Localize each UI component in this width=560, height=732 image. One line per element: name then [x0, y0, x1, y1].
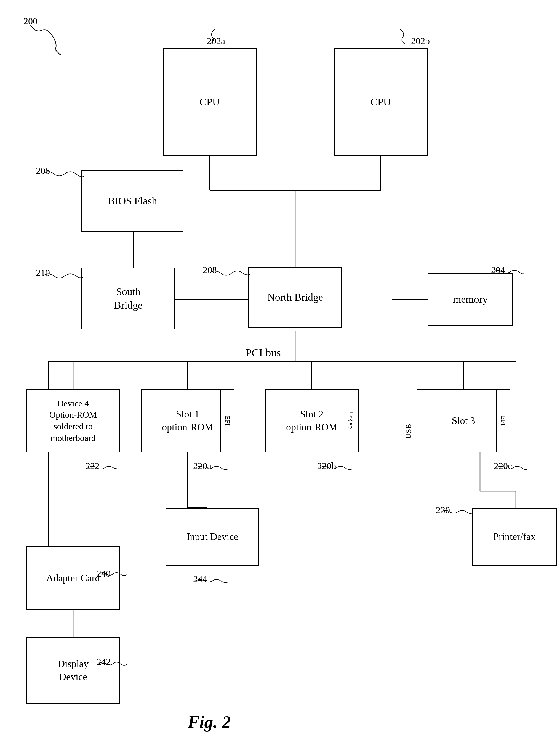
- connection-lines: [0, 0, 560, 732]
- printer-fax-label: Printer/fax: [493, 530, 536, 543]
- cpu-a-label: CPU: [199, 95, 220, 109]
- squiggle-220c: [494, 464, 530, 479]
- squiggle-202a: [193, 26, 221, 48]
- slot3-efi-tag: EFI: [496, 390, 510, 452]
- slot3-label: Slot 3: [452, 414, 475, 427]
- input-device-box: Input Device: [166, 508, 259, 566]
- diagram: 200 CPU 202a CPU 202b BIOS Flash 206 Sou…: [0, 0, 560, 732]
- slot1-efi-tag: EFI: [220, 390, 234, 452]
- south-bridge-box: SouthBridge: [81, 268, 175, 329]
- device4-box: Device 4Option-ROMsoldered tomotherboard: [26, 389, 120, 452]
- squiggle-206: [40, 168, 84, 188]
- cpu-b-box: CPU: [334, 48, 428, 156]
- slot2-legacy-tag: Legacy: [345, 390, 358, 452]
- adapter-card-label: Adapter Card: [46, 572, 100, 585]
- squiggle-230: [439, 508, 474, 523]
- squiggle-204: [491, 268, 524, 283]
- display-device-label: DisplayDevice: [58, 658, 89, 683]
- bios-flash-box: BIOS Flash: [81, 170, 183, 232]
- printer-fax-box: Printer/fax: [472, 508, 557, 566]
- slot3-usb-label: USB: [404, 424, 414, 439]
- squiggle-202b: [394, 26, 422, 48]
- squiggle-220a: [193, 464, 229, 479]
- pci-bus-label: PCI bus: [246, 346, 281, 359]
- slot2-label: Slot 2option-ROM: [286, 408, 337, 434]
- squiggle-244: [193, 577, 229, 592]
- squiggle-220b: [317, 464, 353, 479]
- slot2-box: Slot 2option-ROM Legacy: [265, 389, 359, 452]
- squiggle-210: [40, 270, 83, 287]
- squiggle-200: [28, 22, 61, 55]
- figure-label: Fig. 2: [188, 712, 231, 732]
- slot1-label: Slot 1option-ROM: [162, 408, 213, 434]
- north-bridge-label: North Bridge: [267, 291, 323, 304]
- south-bridge-label: SouthBridge: [114, 285, 142, 312]
- squiggle-208: [207, 268, 250, 283]
- slot3-box: Slot 3 EFI USB: [417, 389, 510, 452]
- squiggle-240: [97, 570, 130, 585]
- input-device-label: Input Device: [187, 530, 238, 543]
- cpu-a-box: CPU: [163, 48, 257, 156]
- squiggle-242: [97, 659, 130, 675]
- bios-flash-label: BIOS Flash: [108, 194, 157, 208]
- squiggle-222: [86, 464, 119, 479]
- device4-label: Device 4Option-ROMsoldered tomotherboard: [49, 398, 97, 444]
- cpu-b-label: CPU: [370, 95, 391, 109]
- north-bridge-box: North Bridge: [248, 267, 342, 328]
- memory-label: memory: [453, 292, 488, 306]
- slot1-box: Slot 1option-ROM EFI: [141, 389, 234, 452]
